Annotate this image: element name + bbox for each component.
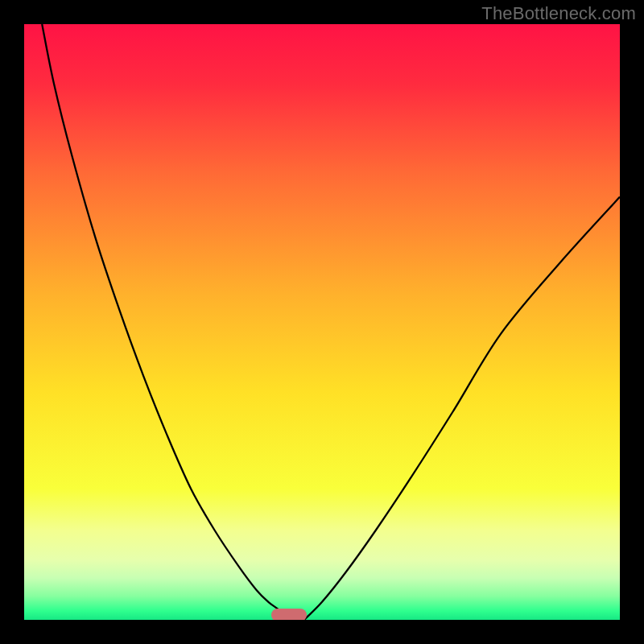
chart-frame: TheBottleneck.com xyxy=(0,0,644,644)
bottleneck-curve-chart xyxy=(24,24,620,620)
optimum-marker xyxy=(271,609,307,620)
gradient-background xyxy=(24,24,620,620)
watermark-label: TheBottleneck.com xyxy=(481,3,636,24)
plot-area xyxy=(24,24,620,620)
